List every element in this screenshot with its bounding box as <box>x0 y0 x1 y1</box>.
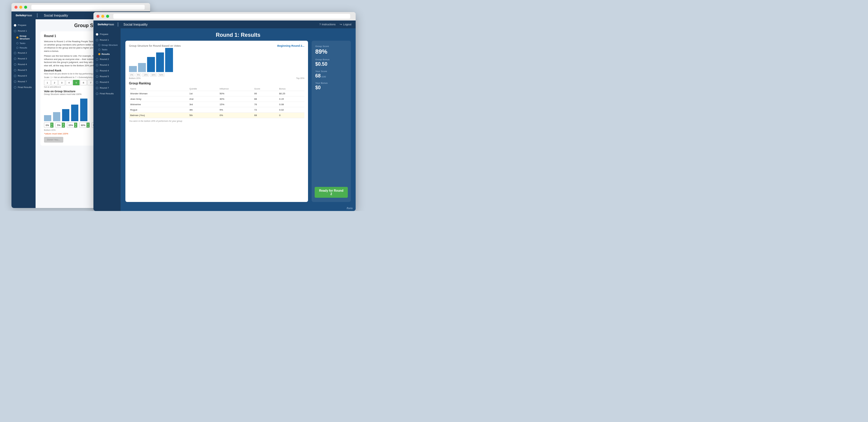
bar-5 <box>80 98 87 121</box>
quintile-batman: 5th <box>188 113 218 118</box>
round7-label: Round 7 <box>18 80 27 83</box>
front-sub-group-structure[interactable]: Group Structure <box>93 43 121 47</box>
front-sidebar-round7[interactable]: Round 7 <box>93 85 121 91</box>
pct-input-3[interactable]: 15% ▲ ▼ <box>67 122 78 128</box>
front-final-results-icon <box>96 93 98 95</box>
scale-5[interactable]: 5 <box>73 80 80 85</box>
front-group-structure-label: Group Structure <box>101 44 118 47</box>
bar-4 <box>71 104 79 121</box>
front-sidebar-round2[interactable]: Round 2 <box>93 56 121 62</box>
sidebar-item-round7[interactable]: Round 7 <box>11 79 36 84</box>
scale-7[interactable]: 7 <box>87 80 94 85</box>
round1-icon <box>14 30 16 32</box>
scale-3[interactable]: 3 <box>59 80 65 85</box>
front-url-bar[interactable] <box>113 14 350 19</box>
front-sub-results[interactable]: Results <box>93 52 121 56</box>
pct-input-2[interactable]: 5% ▲ ▼ <box>56 122 65 128</box>
scale-4[interactable]: 4 <box>66 80 72 85</box>
sidebar-sub-tasks[interactable]: Tasks <box>11 41 36 46</box>
maximize-dot[interactable] <box>24 6 27 9</box>
col-bonus: Bonus <box>278 87 304 91</box>
table-row: Wonder Woman 1st 50% 95 $0.25 <box>129 91 304 96</box>
submit-button[interactable]: Done! You... <box>44 137 63 143</box>
front-round1-label: Round 1 <box>100 38 109 41</box>
tasks-icon <box>16 42 19 44</box>
pct-down-3[interactable]: ▼ <box>74 125 77 127</box>
sidebar-item-round4[interactable]: Round 4 <box>11 61 36 67</box>
your-bonus-label: Your Bonus <box>315 82 347 84</box>
pct-up-1[interactable]: ▲ <box>50 123 53 125</box>
instructions-link[interactable]: ? Instructions <box>319 23 336 26</box>
front-round7-icon <box>96 87 98 89</box>
front-results-icon <box>98 53 100 55</box>
front-maximize-dot[interactable] <box>106 15 109 18</box>
pct-up-2[interactable]: ▲ <box>62 123 65 125</box>
front-sidebar: Prepare Round 1 Group Structure Tasks Re… <box>93 28 121 211</box>
res-bar-5 <box>165 48 173 72</box>
sidebar-item-prepare[interactable]: Prepare <box>11 22 36 28</box>
results-icon <box>16 47 19 49</box>
quintile-jg: 2nd <box>188 96 218 102</box>
scale-left-label: Not at all/indifferent <box>44 86 61 88</box>
front-sidebar-round4[interactable]: Round 4 <box>93 68 121 73</box>
pct-down-4[interactable]: ▼ <box>87 125 90 127</box>
sidebar-sub-group-structure[interactable]: Group Structure <box>11 34 36 41</box>
pct-input-4[interactable]: 30% ▲ ▼ <box>79 122 90 128</box>
close-dot[interactable] <box>14 6 18 9</box>
name-rogue: Rogue <box>129 107 188 113</box>
pct-down-2[interactable]: ▼ <box>62 125 65 127</box>
axis-30: 30% <box>150 73 157 77</box>
front-sidebar-prepare[interactable]: Prepare <box>93 31 121 37</box>
your-score-denom: /100 <box>321 76 326 78</box>
sidebar-item-round6[interactable]: Round 6 <box>11 73 36 79</box>
round1-section-title: Round 1 <box>44 34 56 38</box>
minimize-dot[interactable] <box>19 6 22 9</box>
front-sidebar-round6[interactable]: Round 6 <box>93 79 121 85</box>
front-round7-label: Round 7 <box>100 87 109 89</box>
sidebar-item-round3[interactable]: Round 3 <box>11 56 36 61</box>
url-bar[interactable] <box>31 5 145 10</box>
front-sub-tasks[interactable]: Tasks <box>93 47 121 52</box>
sidebar-item-round1[interactable]: Round 1 <box>11 28 36 34</box>
name-wolverine: Wolverine <box>129 102 188 107</box>
sidebar-item-round5[interactable]: Round 5 <box>11 67 36 73</box>
logout-link[interactable]: ↪ Logout <box>340 23 351 26</box>
pct-input-1[interactable]: 0% ▲ ▼ <box>44 122 54 128</box>
pct-arrows-2: ▲ ▼ <box>62 123 65 127</box>
front-close-dot[interactable] <box>96 15 99 18</box>
front-sidebar-round3[interactable]: Round 3 <box>93 62 121 68</box>
front-body: Prepare Round 1 Group Structure Tasks Re… <box>93 28 355 211</box>
sidebar-item-final-results[interactable]: Final Results <box>11 84 36 90</box>
group-structure-icon <box>16 36 19 38</box>
back-app-title: Social Inequality <box>44 13 68 17</box>
group-bonus-label: Group Bonus <box>315 58 347 61</box>
ready-for-round-button[interactable]: Ready for Round 2 <box>315 187 348 198</box>
res-bar-3 <box>147 57 155 72</box>
beginning-link[interactable]: Beginning Round 2... <box>277 44 304 47</box>
front-sidebar-round5[interactable]: Round 5 <box>93 73 121 79</box>
pct-down-1[interactable]: ▼ <box>50 125 53 127</box>
front-sidebar-round1[interactable]: Round 1 <box>93 37 121 43</box>
results-left-card: Group Structure for Round Based on Votes… <box>125 41 308 202</box>
sidebar-item-round2[interactable]: Round 2 <box>11 50 36 56</box>
front-sidebar-final-results[interactable]: Final Results <box>93 91 121 96</box>
axis-5: 5% <box>135 73 141 77</box>
front-tasks-label: Tasks <box>101 48 107 51</box>
pct-arrows-3: ▲ ▼ <box>74 123 77 127</box>
front-prepare-icon <box>96 33 98 36</box>
round4-label: Round 4 <box>18 63 27 66</box>
scale-6[interactable]: 6 <box>80 80 87 85</box>
scale-1[interactable]: 1 <box>44 80 51 85</box>
results-right-card: Group Score 89% Group Bonus $0.50 Your S… <box>312 41 351 202</box>
front-round1-icon <box>96 39 98 41</box>
front-minimize-dot[interactable] <box>101 15 104 18</box>
axis-0: 0% <box>129 73 134 77</box>
round3-icon <box>14 58 16 60</box>
pct-up-4[interactable]: ▲ <box>87 123 90 125</box>
res-bar-2 <box>138 63 146 72</box>
influence-rogue: 5% <box>218 107 253 113</box>
sidebar-sub-results[interactable]: Results <box>11 46 36 50</box>
results-body: Group Structure for Round Based on Votes… <box>121 41 355 206</box>
pct-up-3[interactable]: ▲ <box>74 123 77 125</box>
scale-2[interactable]: 2 <box>51 80 58 85</box>
